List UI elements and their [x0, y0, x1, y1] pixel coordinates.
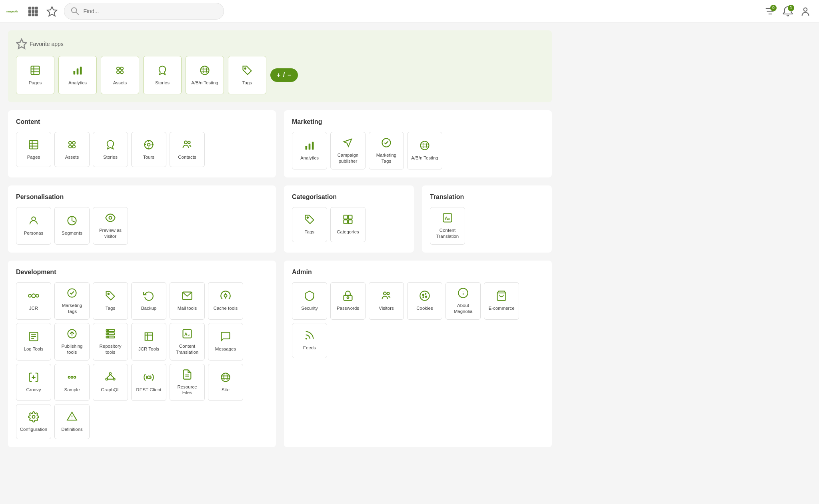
app-campaign-publisher[interactable]: Campaign publisher — [330, 132, 366, 169]
marketing-tags-dev-icon — [66, 287, 78, 300]
content-marketing-row: Content Pages — [8, 110, 552, 177]
app-categories[interactable]: Categories — [330, 207, 366, 242]
app-groovy[interactable]: Groovy — [16, 364, 51, 401]
app-stories[interactable]: Stories — [93, 132, 128, 167]
fav-app-abn-label: A/B/n Testing — [191, 80, 218, 86]
svg-rect-5 — [32, 10, 34, 13]
passwords-icon — [342, 290, 354, 303]
app-groovy-label: Groovy — [26, 387, 41, 393]
assets-icon — [114, 65, 126, 78]
security-icon — [304, 290, 315, 303]
app-security[interactable]: Security — [292, 282, 327, 320]
personalisation-section: Personalisation Personas — [8, 185, 276, 253]
svg-rect-31 — [30, 140, 38, 149]
app-publishing-tools[interactable]: Publishing tools — [54, 323, 90, 361]
header-right: 0 1 — [763, 4, 813, 18]
app-stories-label: Stories — [103, 154, 118, 160]
about-icon — [457, 287, 469, 300]
svg-point-36 — [72, 141, 75, 144]
personas-icon — [28, 215, 39, 228]
app-pages[interactable]: Pages — [16, 132, 51, 167]
search-input[interactable] — [83, 8, 218, 14]
svg-point-84 — [108, 333, 108, 334]
fav-app-pages[interactable]: Pages — [16, 56, 54, 94]
app-assets[interactable]: Assets — [54, 132, 90, 167]
app-site[interactable]: Site — [208, 364, 243, 401]
app-backup[interactable]: Backup — [131, 282, 166, 320]
app-preview-visitor[interactable]: Preview as visitor — [93, 207, 128, 245]
app-contacts[interactable]: Contacts — [170, 132, 205, 167]
fav-app-stories[interactable]: Stories — [143, 56, 182, 94]
app-cache-tools[interactable]: Cache tools — [208, 282, 243, 320]
definitions-icon — [66, 411, 78, 424]
app-tags[interactable]: Tags — [292, 207, 327, 242]
notification-button[interactable]: 1 — [781, 4, 795, 18]
svg-rect-18 — [31, 66, 40, 74]
fav-app-tags[interactable]: Tags — [228, 56, 266, 94]
app-repository-tools[interactable]: Repository tools — [93, 323, 128, 361]
favorites-button[interactable] — [45, 4, 59, 18]
cat-trans-row: Categorisation Tags — [284, 185, 552, 253]
app-jcr-tools[interactable]: JCR Tools — [131, 323, 166, 361]
svg-point-46 — [188, 141, 190, 143]
app-configuration-label: Configuration — [20, 426, 47, 432]
svg-point-115 — [425, 296, 427, 298]
graphql-icon — [105, 372, 116, 384]
stories-icon — [105, 139, 116, 152]
app-jcr[interactable]: JCR — [16, 282, 51, 320]
app-mail-tools[interactable]: Mail tools — [170, 282, 205, 320]
svg-text:α: α — [188, 333, 190, 336]
app-segments[interactable]: Segments — [54, 207, 90, 245]
fav-app-analytics[interactable]: Analytics — [58, 56, 97, 94]
app-content-translation[interactable]: A α Content Translation — [430, 207, 465, 245]
svg-text:α: α — [448, 217, 450, 221]
filter-badge: 0 — [770, 5, 777, 11]
app-visitors[interactable]: Visitors — [369, 282, 404, 320]
app-content-translation-dev[interactable]: A α Content Translation — [170, 323, 205, 361]
app-personas[interactable]: Personas — [16, 207, 51, 245]
search-bar — [64, 3, 224, 20]
add-remove-button[interactable]: + / − — [270, 68, 298, 82]
app-ecommerce[interactable]: E-commerce — [484, 282, 519, 320]
repository-icon — [105, 328, 116, 341]
app-passwords[interactable]: Passwords — [330, 282, 366, 320]
right-middle: Categorisation Tags — [284, 185, 552, 253]
app-log-tools[interactable]: Log Tools — [16, 323, 51, 361]
app-repository-tools-label: Repository tools — [96, 343, 124, 355]
app-resource-files[interactable]: Resource Files — [170, 364, 205, 401]
app-marketing-tags[interactable]: Marketing Tags — [369, 132, 404, 169]
svg-rect-108 — [344, 295, 352, 301]
user-button[interactable] — [798, 4, 813, 18]
app-messages[interactable]: Messages — [208, 323, 243, 361]
app-feeds-label: Feeds — [303, 345, 316, 351]
app-abn-testing[interactable]: A/B/n Testing — [407, 132, 442, 169]
app-cookies-label: Cookies — [416, 305, 433, 311]
categories-icon — [342, 214, 354, 227]
app-marketing-tags-dev[interactable]: Marketing Tags — [54, 282, 90, 320]
app-analytics[interactable]: Analytics — [292, 132, 327, 169]
svg-point-93 — [74, 377, 76, 378]
app-graphql[interactable]: GraphQL — [93, 364, 128, 401]
svg-text:A: A — [184, 331, 188, 336]
app-definitions[interactable]: Definitions — [54, 404, 90, 439]
svg-rect-2 — [32, 6, 34, 9]
app-tours[interactable]: Tours — [131, 132, 166, 167]
app-about-magnolia[interactable]: About Magnolia — [445, 282, 481, 320]
app-cookies[interactable]: Cookies — [407, 282, 442, 320]
assets-icon — [66, 139, 78, 152]
app-configuration[interactable]: Configuration — [16, 404, 51, 439]
app-categories-label: Categories — [337, 229, 359, 235]
app-passwords-label: Passwords — [337, 305, 359, 311]
apps-grid-button[interactable] — [26, 4, 40, 18]
filter-button[interactable]: 0 — [763, 4, 777, 18]
rest-icon — [143, 372, 154, 384]
app-sample[interactable]: Sample — [54, 364, 90, 401]
fav-app-assets[interactable]: Assets — [101, 56, 139, 94]
app-tags-dev[interactable]: Tags — [93, 282, 128, 320]
fav-app-abn[interactable]: A/B/n Testing — [186, 56, 224, 94]
app-rest-client[interactable]: REST Client — [131, 364, 166, 401]
translation-apps-grid: A α Content Translation — [430, 207, 544, 245]
svg-rect-9 — [35, 13, 38, 16]
marketing-tags-icon — [381, 137, 392, 150]
app-feeds[interactable]: Feeds — [292, 323, 327, 358]
